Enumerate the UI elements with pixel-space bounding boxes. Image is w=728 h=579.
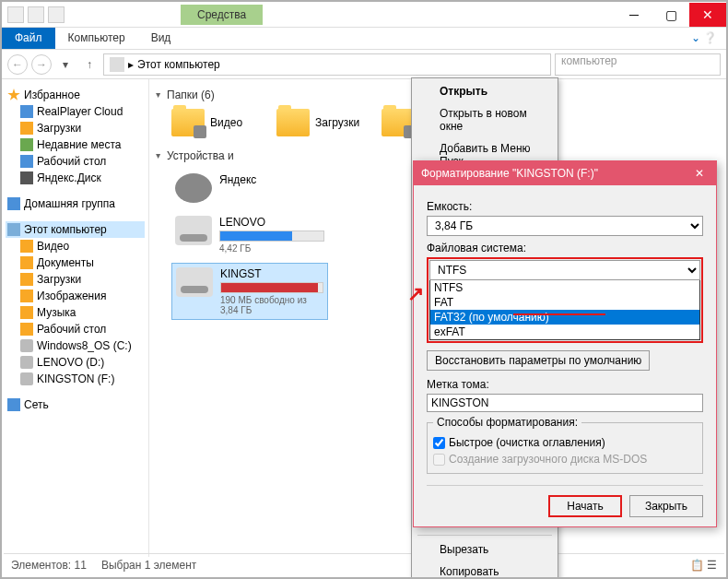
sidebar-item[interactable]: Яндекс.Диск <box>6 170 145 186</box>
drive-item[interactable]: Яндекс <box>171 170 328 207</box>
network-header[interactable]: Сеть <box>6 396 145 413</box>
filesystem-dropdown: NTFS FAT FAT32 (по умолчанию) exFAT <box>429 279 700 340</box>
folder-icon <box>20 290 33 302</box>
folder-icon <box>382 109 415 136</box>
navigation-pane: Избранное RealPlayer Cloud Загрузки Неда… <box>2 79 149 557</box>
item-count: Элементов: 11 <box>11 559 87 572</box>
desktop-icon <box>20 155 33 168</box>
tab-file[interactable]: Файл <box>2 28 55 49</box>
sidebar-item[interactable]: Музыка <box>6 304 145 321</box>
fs-option-ntfs[interactable]: NTFS <box>430 280 699 295</box>
capacity-select[interactable]: 3,84 ГБ <box>427 216 703 236</box>
this-pc-header[interactable]: Этот компьютер <box>6 221 145 238</box>
homegroup-icon <box>7 197 20 210</box>
format-dialog: Форматирование "KINGSTON (F:)" ✕ Емкость… <box>413 160 717 527</box>
quick-format-checkbox[interactable] <box>433 437 445 449</box>
recent-icon <box>20 138 33 151</box>
ql-icon[interactable] <box>48 6 65 23</box>
close-button[interactable]: ✕ <box>689 3 726 27</box>
help-button[interactable]: ⌄ ❔ <box>682 28 726 49</box>
folder-icon <box>276 109 310 136</box>
separator <box>417 535 552 536</box>
sidebar-item[interactable]: Изображения <box>6 288 145 304</box>
annotation-arrow: ↗ <box>407 282 424 306</box>
drive-icon <box>20 356 33 369</box>
usb-drive-icon <box>176 267 213 297</box>
ql-icon[interactable] <box>7 6 24 23</box>
back-button[interactable]: ← <box>7 54 28 75</box>
drive-icon <box>20 372 33 385</box>
drive-item[interactable]: LENOVO4,42 ГБ <box>171 212 328 257</box>
ctx-copy[interactable]: Копировать <box>414 561 556 579</box>
star-icon <box>7 89 20 101</box>
folder-icon <box>20 240 33 253</box>
ctx-open-new-window[interactable]: Открыть в новом окне <box>414 102 556 137</box>
selection-count: Выбран 1 элемент <box>101 559 196 572</box>
fs-option-fat32[interactable]: FAT32 (по умолчанию) <box>430 310 699 325</box>
start-button[interactable]: Начать <box>548 495 622 517</box>
breadcrumb-text: Этот компьютер <box>137 58 220 71</box>
sidebar-item[interactable]: LENOVO (D:) <box>6 354 145 371</box>
sidebar-item[interactable]: RealPlayer Cloud <box>6 103 145 120</box>
network-icon <box>7 398 20 411</box>
dialog-titlebar[interactable]: Форматирование "KINGSTON (F:)" ✕ <box>414 161 716 185</box>
msdos-checkbox <box>433 454 445 466</box>
cloud-drive-icon <box>175 173 212 203</box>
folder-item[interactable]: Загрузки <box>276 109 378 136</box>
fs-option-exfat[interactable]: exFAT <box>430 325 699 339</box>
maximize-button[interactable]: ▢ <box>652 3 689 27</box>
window-titlebar: Средства ─ ▢ ✕ <box>2 2 726 28</box>
ctx-cut[interactable]: Вырезать <box>414 538 556 561</box>
folder-icon <box>20 306 33 319</box>
volume-label: Метка тома: <box>427 378 703 391</box>
drive-item-selected[interactable]: KINGST190 МБ свободно из 3,84 ГБ <box>171 263 328 320</box>
history-dropdown[interactable]: ▾ <box>55 54 76 75</box>
close-button[interactable]: Закрыть <box>629 495 703 517</box>
pc-icon <box>110 57 124 72</box>
filesystem-select[interactable]: NTFS <box>429 260 700 280</box>
sidebar-item[interactable]: Недавние места <box>6 136 145 153</box>
download-icon <box>20 122 33 135</box>
annotation-line <box>513 313 605 315</box>
sidebar-item[interactable]: Видео <box>6 238 145 254</box>
folder-icon <box>20 256 33 269</box>
pc-icon <box>7 223 20 236</box>
sidebar-item[interactable]: Windows8_OS (C:) <box>6 337 145 354</box>
fs-option-fat[interactable]: FAT <box>430 295 699 310</box>
status-bar: Элементов: 11 Выбран 1 элемент 📋 ☰ <box>4 553 724 575</box>
ql-icon[interactable] <box>28 6 44 23</box>
sidebar-item[interactable]: KINGSTON (F:) <box>6 371 145 387</box>
up-button[interactable]: ↑ <box>79 54 100 75</box>
window-controls: ─ ▢ ✕ <box>616 3 726 27</box>
drive-icon <box>20 339 33 352</box>
folder-icon <box>171 109 205 136</box>
sidebar-item[interactable]: Документы <box>6 254 145 271</box>
favorites-header[interactable]: Избранное <box>6 87 145 103</box>
sidebar-item[interactable]: Рабочий стол <box>6 321 145 337</box>
minimize-button[interactable]: ─ <box>616 3 652 27</box>
ctx-open[interactable]: Открыть <box>414 80 556 102</box>
capacity-label: Емкость: <box>427 200 703 213</box>
ribbon-context-tab[interactable]: Средства <box>181 5 263 25</box>
folder-icon <box>20 273 33 286</box>
hdd-icon <box>175 216 212 245</box>
sidebar-item[interactable]: Загрузки <box>6 271 145 288</box>
address-bar: ← → ▾ ↑ ▸ Этот компьютер компьютер <box>2 50 726 79</box>
view-icons[interactable]: 📋 ☰ <box>690 559 717 572</box>
homegroup-header[interactable]: Домашняя группа <box>6 195 145 212</box>
quick-launch <box>2 6 70 23</box>
tab-view[interactable]: Вид <box>138 28 184 49</box>
cloud-icon <box>20 105 33 118</box>
forward-button[interactable]: → <box>31 54 52 75</box>
folder-item[interactable]: Видео <box>171 109 273 136</box>
tab-computer[interactable]: Компьютер <box>55 28 138 49</box>
restore-defaults-button[interactable]: Восстановить параметры по умолчанию <box>427 350 650 371</box>
sidebar-item[interactable]: Рабочий стол <box>6 153 145 170</box>
volume-input[interactable] <box>427 394 703 412</box>
search-input[interactable]: компьютер <box>555 53 721 76</box>
sidebar-item[interactable]: Загрузки <box>6 120 145 136</box>
dialog-close-button[interactable]: ✕ <box>690 167 709 180</box>
folder-icon <box>20 323 33 336</box>
breadcrumb[interactable]: ▸ Этот компьютер <box>103 53 551 76</box>
dialog-title: Форматирование "KINGSTON (F:)" <box>421 167 598 180</box>
